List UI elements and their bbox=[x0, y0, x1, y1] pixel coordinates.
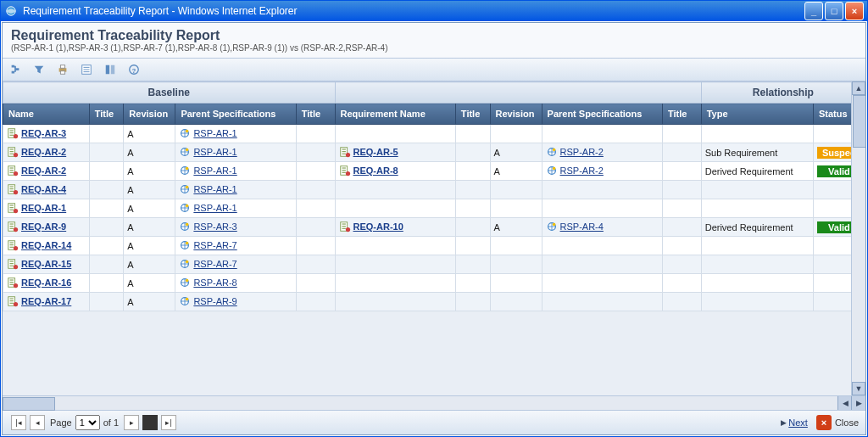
spec-link[interactable]: RSP-AR-1 bbox=[193, 203, 236, 213]
requirement-link[interactable]: REQ-AR-17 bbox=[21, 296, 71, 306]
col-req-title[interactable]: Title bbox=[455, 104, 490, 125]
table-row[interactable]: REQ-AR-4ARSP-AR-1 bbox=[3, 181, 865, 199]
spec-link[interactable]: RSP-AR-1 bbox=[193, 147, 236, 157]
cell-baseline-title bbox=[89, 274, 124, 293]
svg-point-27 bbox=[345, 152, 349, 156]
spec-link[interactable]: RSP-AR-9 bbox=[193, 296, 236, 306]
spec-link[interactable]: RSP-AR-4 bbox=[560, 221, 604, 232]
export-icon[interactable] bbox=[79, 62, 94, 77]
requirement-link[interactable]: REQ-AR-1 bbox=[21, 203, 66, 213]
cell-baseline-parent: RSP-AR-1 bbox=[175, 125, 296, 143]
hscroll-right-icon[interactable]: ▶ bbox=[851, 396, 865, 410]
col-req-name[interactable]: Requirement Name bbox=[335, 104, 455, 125]
spec-link[interactable]: RSP-AR-7 bbox=[193, 259, 236, 269]
spec-link[interactable]: RSP-AR-1 bbox=[193, 128, 236, 138]
page-select[interactable]: 1 bbox=[75, 415, 100, 430]
requirement-link[interactable]: REQ-AR-9 bbox=[21, 221, 66, 232]
spec-link[interactable]: RSP-AR-1 bbox=[193, 165, 236, 176]
spec-link[interactable]: RSP-AR-7 bbox=[193, 240, 236, 250]
window-minimize-button[interactable]: _ bbox=[804, 2, 823, 20]
svg-rect-2 bbox=[60, 65, 64, 69]
spec-link[interactable]: RSP-AR-3 bbox=[193, 221, 236, 232]
table-row[interactable]: REQ-AR-16ARSP-AR-8 bbox=[3, 274, 865, 293]
cell-baseline-parent: RSP-AR-1 bbox=[175, 181, 296, 199]
requirement-link[interactable]: REQ-AR-2 bbox=[21, 165, 66, 176]
cell-baseline-name: REQ-AR-15 bbox=[3, 255, 90, 274]
hscroll-left-icon[interactable]: ◀ bbox=[837, 396, 852, 410]
table-row[interactable]: REQ-AR-15ARSP-AR-7 bbox=[3, 255, 865, 274]
col-title[interactable]: Title bbox=[89, 104, 124, 125]
svg-point-43 bbox=[552, 166, 555, 170]
spec-link[interactable]: RSP-AR-2 bbox=[560, 165, 604, 176]
requirement-link[interactable]: REQ-AR-5 bbox=[353, 147, 398, 157]
requirement-link[interactable]: REQ-AR-8 bbox=[353, 165, 398, 176]
hscroll-thumb[interactable] bbox=[3, 397, 55, 411]
cell-req-revision bbox=[490, 181, 542, 199]
page-first-button[interactable]: |◂ bbox=[11, 415, 26, 430]
page-prev-button[interactable]: ◂ bbox=[30, 415, 45, 430]
cell-req-parent bbox=[542, 125, 662, 143]
requirement-link[interactable]: REQ-AR-3 bbox=[21, 128, 66, 138]
cell-baseline-title bbox=[89, 218, 124, 237]
table-row[interactable]: REQ-AR-1ARSP-AR-1 bbox=[3, 199, 865, 218]
vertical-scrollbar[interactable]: ▲ ▼ bbox=[851, 81, 865, 395]
svg-rect-5 bbox=[106, 65, 109, 75]
window-maximize-button[interactable]: □ bbox=[825, 2, 843, 20]
cell-baseline-revision: A bbox=[124, 199, 175, 218]
close-button[interactable]: × Close bbox=[816, 415, 859, 430]
grid-container: Baseline Relationship Name Title Revisio… bbox=[3, 81, 865, 395]
col-rel-type[interactable]: Type bbox=[701, 104, 813, 125]
columns-icon[interactable] bbox=[103, 62, 118, 77]
cell-req-parent-title bbox=[662, 162, 701, 181]
filter-icon[interactable] bbox=[31, 62, 47, 77]
page-end-button[interactable]: ▸| bbox=[161, 415, 176, 430]
cell-req-name bbox=[335, 125, 455, 143]
cell-rel-type bbox=[701, 255, 813, 274]
svg-rect-25 bbox=[342, 151, 345, 152]
page-last-button[interactable] bbox=[142, 415, 158, 430]
cell-req-name bbox=[335, 274, 455, 293]
scroll-thumb[interactable] bbox=[853, 95, 865, 148]
col-revision[interactable]: Revision bbox=[124, 104, 175, 125]
table-row[interactable]: REQ-AR-2ARSP-AR-1REQ-AR-5ARSP-AR-2Sub Re… bbox=[3, 143, 865, 162]
cell-baseline-title bbox=[89, 181, 124, 199]
table-row[interactable]: REQ-AR-2ARSP-AR-1REQ-AR-8ARSP-AR-2Derive… bbox=[3, 162, 865, 181]
requirement-link[interactable]: REQ-AR-10 bbox=[353, 221, 403, 232]
col-req-parent[interactable]: Parent Specifications bbox=[542, 104, 662, 125]
table-row[interactable]: REQ-AR-14ARSP-AR-7 bbox=[3, 237, 865, 255]
col-parent-title[interactable]: Title bbox=[296, 104, 335, 125]
col-req-parent-title[interactable]: Title bbox=[662, 104, 701, 125]
requirement-link[interactable]: REQ-AR-14 bbox=[21, 240, 71, 250]
cell-baseline-title bbox=[89, 143, 124, 162]
horizontal-scrollbar[interactable]: ◀ ▶ bbox=[3, 395, 865, 410]
cell-baseline-parent-title bbox=[296, 218, 335, 237]
page-next-button[interactable]: ▸ bbox=[124, 415, 139, 430]
help-icon[interactable]: ? bbox=[126, 62, 142, 77]
table-row[interactable]: REQ-AR-17ARSP-AR-9 bbox=[3, 293, 865, 311]
window-close-button[interactable]: × bbox=[845, 2, 864, 20]
traceability-table: Baseline Relationship Name Title Revisio… bbox=[3, 81, 865, 311]
cell-baseline-revision: A bbox=[124, 237, 175, 255]
spec-link[interactable]: RSP-AR-8 bbox=[193, 277, 236, 288]
spec-link[interactable]: RSP-AR-1 bbox=[193, 184, 236, 194]
scroll-down-icon[interactable]: ▼ bbox=[852, 382, 865, 395]
col-name[interactable]: Name bbox=[3, 104, 90, 125]
tree-icon[interactable] bbox=[8, 62, 23, 77]
requirement-link[interactable]: REQ-AR-16 bbox=[21, 277, 71, 288]
requirement-link[interactable]: REQ-AR-15 bbox=[21, 259, 71, 269]
cell-req-parent-title bbox=[662, 181, 701, 199]
next-link[interactable]: Next bbox=[788, 417, 808, 428]
cell-baseline-parent-title bbox=[296, 237, 335, 255]
col-parent-spec[interactable]: Parent Specifications bbox=[175, 104, 296, 125]
table-row[interactable]: REQ-AR-3ARSP-AR-1 bbox=[3, 125, 865, 143]
cell-req-name bbox=[335, 199, 455, 218]
cell-req-revision: A bbox=[490, 218, 542, 237]
print-icon[interactable] bbox=[55, 62, 70, 77]
scroll-up-icon[interactable]: ▲ bbox=[852, 81, 865, 95]
table-row[interactable]: REQ-AR-9ARSP-AR-3REQ-AR-10ARSP-AR-4Deriv… bbox=[3, 218, 865, 237]
col-req-revision[interactable]: Revision bbox=[490, 104, 542, 125]
spec-link[interactable]: RSP-AR-2 bbox=[560, 147, 604, 157]
requirement-link[interactable]: REQ-AR-2 bbox=[21, 147, 66, 157]
svg-rect-52 bbox=[10, 204, 14, 205]
requirement-link[interactable]: REQ-AR-4 bbox=[21, 184, 66, 194]
